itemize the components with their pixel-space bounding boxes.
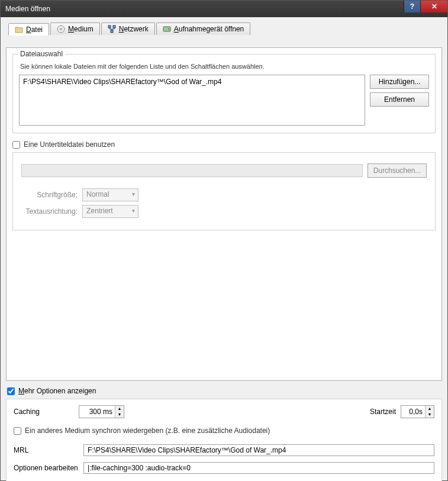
file-list[interactable]: F:\PS4\SHARE\Video Clips\SHAREfactory™\G… [19, 75, 365, 126]
start-time-label: Startzeit [370, 408, 396, 416]
use-subtitle-label[interactable]: Eine Untertiteldatei benutzen [24, 140, 115, 149]
tabstrip: Datei Medium Netzwerk [8, 23, 250, 35]
tab-capture-label: ufnahmegerät öffnen [179, 25, 244, 33]
tab-capture-mnemonic: A [174, 25, 179, 33]
dialog-window: Medien öffnen ? ✕ Datei Medium [0, 0, 448, 481]
start-time-input[interactable] [401, 406, 425, 417]
tab-disc-mnemonic: M [68, 25, 74, 33]
start-time-spin-up-icon[interactable]: ▲ [426, 406, 434, 412]
tab-network[interactable]: Netzwerk [101, 23, 155, 35]
dialog-body: Datei Medium Netzwerk [1, 17, 447, 480]
svg-rect-2 [108, 25, 111, 28]
caching-spinbox[interactable]: ▲▼ [79, 405, 124, 418]
svg-rect-3 [113, 25, 115, 28]
more-options-checkbox[interactable] [7, 387, 15, 395]
mrl-input[interactable] [83, 444, 434, 456]
close-button[interactable]: ✕ [420, 1, 447, 12]
file-selection-fieldset: Dateiauswahl Sie können lokale Dateien m… [12, 54, 436, 133]
tab-file-mnemonic: D [26, 25, 31, 34]
extra-media-label[interactable]: Ein anderes Medium synchron wiedergeben … [25, 427, 270, 435]
svg-point-1 [60, 28, 62, 30]
more-options-label[interactable]: Mehr Optionen anzeigen [18, 387, 96, 395]
caching-label: Caching [14, 408, 79, 416]
tab-network-label: etzwerk [124, 25, 148, 33]
file-selection-hint: Sie können lokale Dateien mit der folgen… [20, 63, 429, 70]
file-list-item[interactable]: F:\PS4\SHARE\Video Clips\SHAREfactory™\G… [23, 78, 361, 86]
help-button[interactable]: ? [404, 1, 420, 12]
capture-icon [163, 25, 171, 33]
titlebar-buttons: ? ✕ [404, 1, 447, 12]
subtitle-path-field [21, 164, 363, 177]
svg-rect-4 [111, 30, 113, 33]
use-subtitle-checkbox-row: Eine Untertiteldatei benutzen [12, 140, 436, 149]
tab-file-label: atei [31, 25, 43, 34]
extra-media-row: Ein anderes Medium synchron wiedergeben … [14, 427, 434, 435]
mrl-label: MRL [14, 446, 79, 454]
more-options-row: Mehr Optionen anzeigen [7, 387, 441, 395]
caching-spin-down-icon[interactable]: ▼ [115, 412, 124, 418]
add-file-button[interactable]: Hinzufügen... [370, 75, 429, 89]
font-size-label: Schriftgröße: [21, 191, 78, 199]
remove-file-button[interactable]: Entfernen [370, 92, 429, 107]
disc-icon [57, 25, 65, 33]
tab-capture[interactable]: Aufnahmegerät öffnen [156, 23, 251, 35]
tab-content-file: Dateiauswahl Sie können lokale Dateien m… [6, 47, 442, 381]
alignment-select: Zentriert [82, 205, 138, 218]
subtitle-fieldset: Durchsuchen... Schriftgröße: Normal Text… [12, 152, 436, 230]
edit-options-input[interactable] [83, 462, 434, 474]
edit-options-label: Optionen bearbeiten [14, 464, 79, 472]
tab-disc[interactable]: Medium [50, 23, 100, 35]
start-time-spinbox[interactable]: ▲▼ [401, 405, 434, 418]
file-selection-legend: Dateiauswahl [18, 50, 65, 58]
svg-point-6 [168, 28, 169, 30]
start-time-spin-down-icon[interactable]: ▼ [426, 412, 434, 418]
svg-rect-5 [163, 27, 170, 31]
window-title: Medien öffnen [5, 5, 50, 13]
use-subtitle-checkbox[interactable] [12, 141, 20, 149]
extra-media-checkbox[interactable] [14, 427, 21, 435]
folder-icon [15, 25, 23, 34]
titlebar: Medien öffnen ? ✕ [1, 1, 447, 17]
font-size-select: Normal [82, 188, 138, 201]
caching-spin-up-icon[interactable]: ▲ [115, 406, 124, 412]
browse-subtitle-button: Durchsuchen... [368, 163, 427, 178]
tab-disc-label: edium [74, 25, 94, 33]
advanced-options-panel: Caching ▲▼ Startzeit ▲▼ Ein anderes Medi… [6, 399, 442, 481]
network-icon [108, 25, 116, 33]
caching-input[interactable] [79, 406, 115, 417]
tab-file[interactable]: Datei [8, 23, 49, 36]
alignment-label: Textausrichtung: [21, 207, 78, 216]
